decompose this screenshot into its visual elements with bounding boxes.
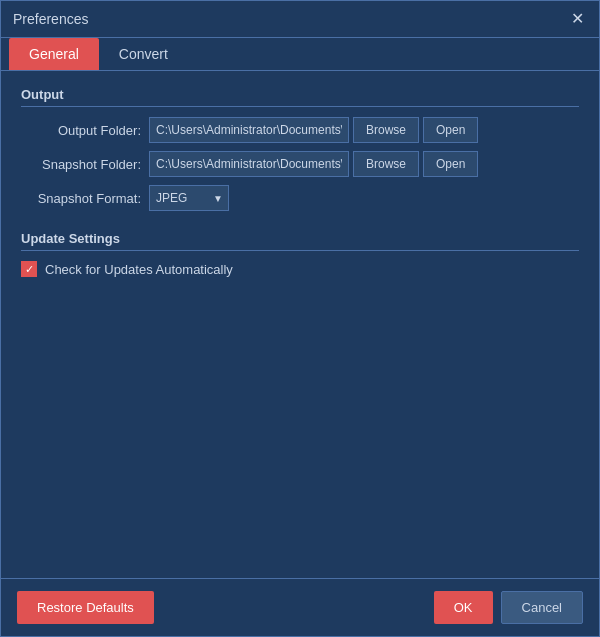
tab-general[interactable]: General bbox=[9, 38, 99, 70]
snapshot-folder-label: Snapshot Folder: bbox=[21, 157, 141, 172]
output-folder-row: Output Folder: Browse Open bbox=[21, 117, 579, 143]
preferences-dialog: Preferences ✕ General Convert Output Out… bbox=[0, 0, 600, 637]
output-browse-button[interactable]: Browse bbox=[353, 117, 419, 143]
dialog-title: Preferences bbox=[13, 11, 88, 27]
footer-left: Restore Defaults bbox=[17, 591, 154, 624]
auto-update-label: Check for Updates Automatically bbox=[45, 262, 233, 277]
output-open-button[interactable]: Open bbox=[423, 117, 478, 143]
snapshot-browse-button[interactable]: Browse bbox=[353, 151, 419, 177]
snapshot-format-select[interactable]: JPEG PNG BMP bbox=[149, 185, 229, 211]
update-section: Update Settings ✓ Check for Updates Auto… bbox=[21, 231, 579, 277]
ok-button[interactable]: OK bbox=[434, 591, 493, 624]
cancel-button[interactable]: Cancel bbox=[501, 591, 583, 624]
snapshot-format-row: Snapshot Format: JPEG PNG BMP bbox=[21, 185, 579, 211]
auto-update-checkbox[interactable]: ✓ bbox=[21, 261, 37, 277]
footer: Restore Defaults OK Cancel bbox=[1, 578, 599, 636]
tab-convert[interactable]: Convert bbox=[99, 38, 188, 70]
snapshot-folder-input[interactable] bbox=[149, 151, 349, 177]
update-section-title: Update Settings bbox=[21, 231, 579, 251]
checkmark-icon: ✓ bbox=[25, 264, 34, 275]
restore-defaults-button[interactable]: Restore Defaults bbox=[17, 591, 154, 624]
output-section: Output Output Folder: Browse Open Snapsh… bbox=[21, 87, 579, 211]
title-bar: Preferences ✕ bbox=[1, 1, 599, 38]
snapshot-format-wrapper: JPEG PNG BMP bbox=[149, 185, 229, 211]
close-button[interactable]: ✕ bbox=[567, 9, 587, 29]
content-area: Output Output Folder: Browse Open Snapsh… bbox=[1, 71, 599, 578]
output-section-title: Output bbox=[21, 87, 579, 107]
tab-bar: General Convert bbox=[1, 38, 599, 71]
snapshot-open-button[interactable]: Open bbox=[423, 151, 478, 177]
output-folder-input[interactable] bbox=[149, 117, 349, 143]
footer-right: OK Cancel bbox=[434, 591, 583, 624]
auto-update-row: ✓ Check for Updates Automatically bbox=[21, 261, 579, 277]
output-folder-label: Output Folder: bbox=[21, 123, 141, 138]
snapshot-folder-row: Snapshot Folder: Browse Open bbox=[21, 151, 579, 177]
snapshot-format-label: Snapshot Format: bbox=[21, 191, 141, 206]
